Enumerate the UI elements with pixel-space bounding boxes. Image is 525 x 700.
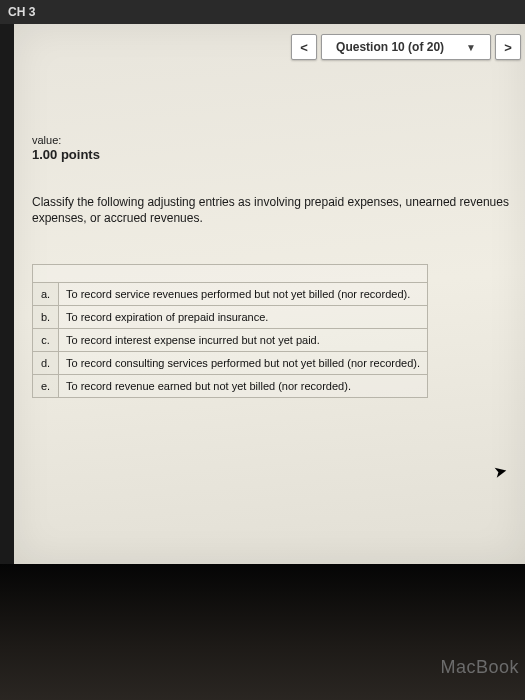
chevron-right-icon: > <box>504 40 512 55</box>
chevron-left-icon: < <box>300 40 308 55</box>
table-header-strip <box>33 265 428 283</box>
table-row: c. To record interest expense incurred b… <box>33 329 428 352</box>
row-letter: a. <box>33 283 59 306</box>
device-bezel: MacBook <box>0 564 525 700</box>
row-letter: c. <box>33 329 59 352</box>
question-position-label: Question 10 (of 20) <box>336 40 444 54</box>
question-page: < Question 10 (of 20) ▼ > value: 1.00 po… <box>14 24 525 564</box>
app-top-bar: CH 3 <box>0 0 525 24</box>
device-label: MacBook <box>440 657 519 678</box>
question-selector-dropdown[interactable]: Question 10 (of 20) ▼ <box>321 34 491 60</box>
row-text: To record consulting services performed … <box>59 352 428 375</box>
question-nav: < Question 10 (of 20) ▼ > <box>291 34 521 60</box>
row-letter: d. <box>33 352 59 375</box>
table-row: e. To record revenue earned but not yet … <box>33 375 428 398</box>
table-row: a. To record service revenues performed … <box>33 283 428 306</box>
question-instruction: Classify the following adjusting entries… <box>32 194 525 226</box>
row-text: To record interest expense incurred but … <box>59 329 428 352</box>
points-block: value: 1.00 points <box>32 134 100 162</box>
table-row: b. To record expiration of prepaid insur… <box>33 306 428 329</box>
row-text: To record service revenues performed but… <box>59 283 428 306</box>
chevron-down-icon: ▼ <box>466 42 476 53</box>
row-letter: e. <box>33 375 59 398</box>
row-text: To record expiration of prepaid insuranc… <box>59 306 428 329</box>
points-value: 1.00 points <box>32 147 100 162</box>
answer-table: a. To record service revenues performed … <box>32 264 428 398</box>
next-question-button[interactable]: > <box>495 34 521 60</box>
value-label: value: <box>32 134 100 146</box>
row-text: To record revenue earned but not yet bil… <box>59 375 428 398</box>
chapter-label: CH 3 <box>8 5 35 19</box>
cursor-icon: ➤ <box>492 461 509 482</box>
table-row: d. To record consulting services perform… <box>33 352 428 375</box>
prev-question-button[interactable]: < <box>291 34 317 60</box>
row-letter: b. <box>33 306 59 329</box>
